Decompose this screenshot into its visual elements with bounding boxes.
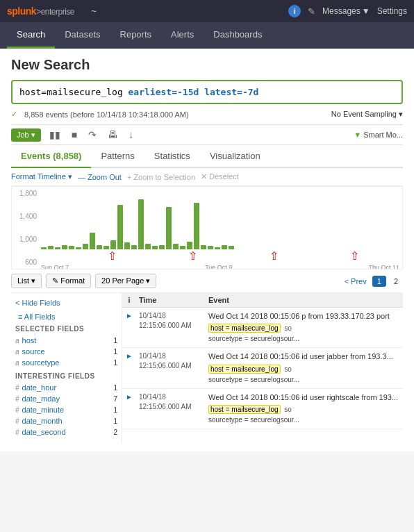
field-date-minute[interactable]: # date_minute 1 <box>15 404 117 415</box>
chart-bar <box>83 244 88 249</box>
search-latest: latest=-7d <box>204 87 258 97</box>
chart-bar <box>208 246 213 249</box>
chart-y-labels: 1,800 1,400 1,000 600 <box>12 187 38 269</box>
tab-patterns[interactable]: Patterns <box>91 145 144 168</box>
stop-icon[interactable]: ■ <box>69 128 80 142</box>
nav-item-dashboards[interactable]: Dashboards <box>204 22 272 49</box>
per-page-btn[interactable]: 20 Per Page ▾ <box>95 274 156 288</box>
chart-bar <box>159 245 165 249</box>
tabs-row: Events (8,858) Patterns Statistics Visua… <box>11 145 403 168</box>
no-event-sampling[interactable]: No Event Sampling ▾ <box>331 110 403 119</box>
interesting-fields-section: INTERESTING FIELDS <box>15 372 117 380</box>
pause-icon[interactable]: ▮▮ <box>47 128 63 142</box>
search-topbar-icon[interactable]: ~ <box>91 6 97 17</box>
deselect-btn: ✕ Deselect <box>201 172 239 181</box>
job-button[interactable]: Job ▾ <box>11 128 41 142</box>
event-field-sourcetype-1: sourcetype = securelogsour... <box>208 334 400 344</box>
arrow-2: ⇧ <box>188 249 197 263</box>
chart-x-labels: Sun Oct 72018 Tue Oct 9 Thu Oct 11 <box>38 263 402 269</box>
settings-menu[interactable]: Settings <box>377 6 407 16</box>
field-date-second[interactable]: # date_second 2 <box>15 426 117 438</box>
chart-bar <box>215 247 220 249</box>
field-sourcetype[interactable]: a sourcetype 1 <box>15 357 117 368</box>
tab-statistics[interactable]: Statistics <box>144 145 200 168</box>
nav-item-search[interactable]: Search <box>7 22 55 49</box>
chart-bar <box>41 247 47 249</box>
chart-bars-area: ⇧ ⇧ ⇧ ⇧ Sun Oct 72018 Tue Oct 9 Thu Oct … <box>38 191 402 269</box>
chart-bar <box>97 245 102 249</box>
chart-bar <box>124 242 130 249</box>
chart-bar <box>62 245 67 249</box>
chart-bar <box>117 205 123 249</box>
event-content-3: Wed Oct 14 2018 00:15:06 id user rightsc… <box>206 389 403 429</box>
chart-bar <box>222 245 227 249</box>
prev-btn[interactable]: < Prev <box>342 276 370 287</box>
page-next[interactable]: 2 <box>389 276 403 287</box>
events-table-header: i Time Event <box>122 293 403 308</box>
header-i: i <box>122 296 136 304</box>
nav-item-reports[interactable]: Reports <box>110 22 162 49</box>
chart-bar <box>145 244 151 249</box>
event-field-sourcetype-3: sourcetype = securelogsour... <box>208 415 400 425</box>
event-expand-1[interactable]: ► <box>122 308 136 347</box>
info-icon[interactable]: i <box>288 5 301 17</box>
timeline-controls: Format Timeline ▾ — Zoom Out + Zoom to S… <box>11 168 403 186</box>
header-event: Event <box>206 296 403 304</box>
event-expand-3[interactable]: ► <box>122 389 136 429</box>
chart-bar <box>229 246 234 249</box>
messages-menu[interactable]: Messages▼ <box>322 6 370 16</box>
format-timeline-btn[interactable]: Format Timeline ▾ <box>11 172 72 181</box>
tab-visualization[interactable]: Visualization <box>200 145 270 168</box>
nav-item-alerts[interactable]: Alerts <box>161 22 204 49</box>
event-time-1: 10/14/1812:15:06.000 AM <box>136 308 206 347</box>
event-field-host-1: host = mailsecure_log <box>208 324 281 333</box>
chart-area: 1,800 1,400 1,000 600 ⇧ ⇧ ⇧ ⇧ Sun Oct 72… <box>11 186 403 269</box>
all-fields-btn[interactable]: ≡ All Fields <box>18 313 56 321</box>
download-icon[interactable]: ↓ <box>126 128 136 142</box>
chart-bar <box>48 246 53 249</box>
hide-fields-btn[interactable]: < Hide Fields <box>15 299 60 307</box>
chart-bar <box>131 245 137 249</box>
event-row: ► 10/14/1812:15:06.000 AM Wed Oct 14 201… <box>122 389 403 429</box>
search-query: host=mailsecure_log <box>19 87 129 97</box>
format-btn[interactable]: ✎ Format <box>46 274 91 288</box>
event-field-host-3: host = mailsecure_log <box>208 405 281 414</box>
tab-events[interactable]: Events (8,858) <box>11 145 91 168</box>
chart-bar <box>173 244 179 249</box>
field-date-month[interactable]: # date_month 1 <box>15 415 117 426</box>
nav-bar: Search Datasets Reports Alerts Dashboard… <box>0 22 414 49</box>
field-date-hour[interactable]: # date_hour 1 <box>15 382 117 393</box>
chart-bar <box>152 246 158 249</box>
zoom-out-btn[interactable]: — Zoom Out <box>78 173 122 181</box>
arrow-1: ⇧ <box>108 249 117 263</box>
event-row: ► 10/14/1812:15:06.000 AM Wed Oct 14 201… <box>122 348 403 388</box>
event-time-2: 10/14/1812:15:06.000 AM <box>136 348 206 388</box>
event-expand-2[interactable]: ► <box>122 348 136 388</box>
events-list: i Time Event ► 10/14/1812:15:06.000 AM W… <box>122 293 403 443</box>
topbar: splunk>enterprise ~ i ✎ Messages▼ Settin… <box>0 0 414 22</box>
list-btn[interactable]: List ▾ <box>11 274 42 288</box>
chart-bar <box>55 247 60 249</box>
event-field-sourcetype-2: sourcetype = securelogsour... <box>208 375 400 385</box>
event-content-2: Wed Oct 14 2018 00:15:06 id user jabber … <box>206 348 403 388</box>
activity-icon[interactable]: ✎ <box>308 6 315 17</box>
field-date-mday[interactable]: # date_mday 7 <box>15 393 117 404</box>
event-content-1: Wed Oct 14 2018 00:15:06 p from 193.33.1… <box>206 308 403 347</box>
page-current[interactable]: 1 <box>372 276 386 287</box>
sidebar: < Hide Fields ≡ All Fields SELECTED FIEL… <box>11 293 122 443</box>
search-input-box[interactable]: host=mailsecure_log earliest=-15d latest… <box>11 80 403 104</box>
refresh-icon[interactable]: ↷ <box>85 128 99 142</box>
chart-bar <box>110 240 116 249</box>
field-source[interactable]: a source 1 <box>15 346 117 357</box>
chart-bar <box>187 242 192 249</box>
print-icon[interactable]: 🖶 <box>105 128 120 142</box>
nav-item-datasets[interactable]: Datasets <box>55 22 110 49</box>
chart-bar <box>201 245 206 249</box>
chart-bar <box>69 246 74 249</box>
content-area: < Hide Fields ≡ All Fields SELECTED FIEL… <box>11 293 403 443</box>
smart-mode[interactable]: ▼ Smart Mo... <box>354 131 403 139</box>
header-time: Time <box>136 296 206 304</box>
field-host[interactable]: a host 1 <box>15 335 117 346</box>
status-bar: ✓ 8,858 events (before 10/14/18 10:34:18… <box>11 108 403 120</box>
chart-bar <box>166 207 172 249</box>
